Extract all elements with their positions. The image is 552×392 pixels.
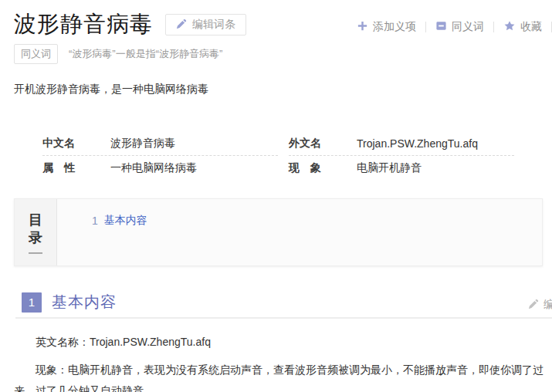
toc-label: 目 录 xyxy=(15,199,57,265)
pencil-icon xyxy=(176,19,187,32)
info-label: 属 性 xyxy=(42,161,110,175)
favorite-label: 收藏 xyxy=(520,20,542,34)
synonym-text: “波形病毒”一般是指“波形静音病毒” xyxy=(69,47,222,61)
section-edit-label: 编辑 xyxy=(544,298,552,312)
star-icon xyxy=(503,20,516,34)
toc-label-char: 目 xyxy=(29,211,42,229)
toc-box: 目 录 1 基本内容 xyxy=(14,198,543,266)
info-value: 一种电脑网络病毒 xyxy=(110,161,197,175)
section-edit-button[interactable]: 编辑 xyxy=(528,298,552,312)
info-label: 现 象 xyxy=(289,161,357,175)
info-row-attribute: 属 性 一种电脑网络病毒 xyxy=(42,156,278,181)
action-separator xyxy=(425,22,426,32)
action-separator xyxy=(493,22,494,32)
add-meaning-action[interactable]: 添加义项 xyxy=(357,20,416,34)
edit-entry-label: 编辑词条 xyxy=(192,18,235,32)
toc-underline xyxy=(29,252,42,254)
plus-icon xyxy=(357,20,368,34)
section-number-badge: 1 xyxy=(22,292,42,313)
section-title: 基本内容 xyxy=(52,292,117,313)
title-row: 波形静音病毒 编辑词条 xyxy=(14,9,246,40)
baike-entry-page: { "page": { "title": "波形静音病毒", "edit_but… xyxy=(0,0,552,392)
toc-item-basic-content[interactable]: 1 基本内容 xyxy=(92,214,147,228)
info-label: 外文名 xyxy=(289,137,357,150)
section-header: 1 基本内容 xyxy=(22,292,117,313)
info-row-foreign-name: 外文名 Trojan.PSW.ZhengTu.afq xyxy=(289,131,514,156)
page-title: 波形静音病毒 xyxy=(14,9,153,40)
favorite-action[interactable]: 收藏 xyxy=(503,20,542,34)
toc-list: 1 基本内容 xyxy=(57,199,147,265)
section-divider xyxy=(15,317,552,319)
paragraph-phenomenon: 现象：电脑开机静音，表现为没有系统启动声音，查看波形音频被调为最小，不能播放声音… xyxy=(14,360,548,392)
basic-info-table: 中文名 波形静音病毒 外文名 Trojan.PSW.ZhengTu.afq 属 … xyxy=(14,131,543,181)
info-label: 中文名 xyxy=(42,137,110,150)
synonym-icon xyxy=(435,20,447,34)
entry-summary: 开机波形静音病毒，是一种电脑网络病毒 xyxy=(14,83,208,96)
toc-item-link[interactable]: 基本内容 xyxy=(104,214,147,228)
pencil-icon xyxy=(528,299,539,312)
synonym-action-label: 同义词 xyxy=(452,20,484,34)
edit-entry-button[interactable]: 编辑词条 xyxy=(165,14,246,35)
info-value: Trojan.PSW.ZhengTu.afq xyxy=(357,137,478,150)
info-value: 波形静音病毒 xyxy=(110,137,175,150)
top-action-bar: 添加义项 同义词 收藏 分享 xyxy=(357,20,552,34)
info-value: 电脑开机静音 xyxy=(357,161,422,175)
synonym-action[interactable]: 同义词 xyxy=(435,20,484,34)
info-row-chinese-name: 中文名 波形静音病毒 xyxy=(42,131,278,156)
synonym-tag: 同义词 xyxy=(14,44,58,64)
add-meaning-label: 添加义项 xyxy=(373,20,416,34)
toc-label-char: 录 xyxy=(29,229,42,247)
toc-item-number: 1 xyxy=(92,215,98,227)
synonym-row: 同义词 “波形病毒”一般是指“波形静音病毒” xyxy=(14,44,222,64)
paragraph-english-name: 英文名称：Trojan.PSW.ZhengTu.afq xyxy=(14,332,548,353)
info-row-phenomenon: 现 象 电脑开机静音 xyxy=(289,156,514,181)
